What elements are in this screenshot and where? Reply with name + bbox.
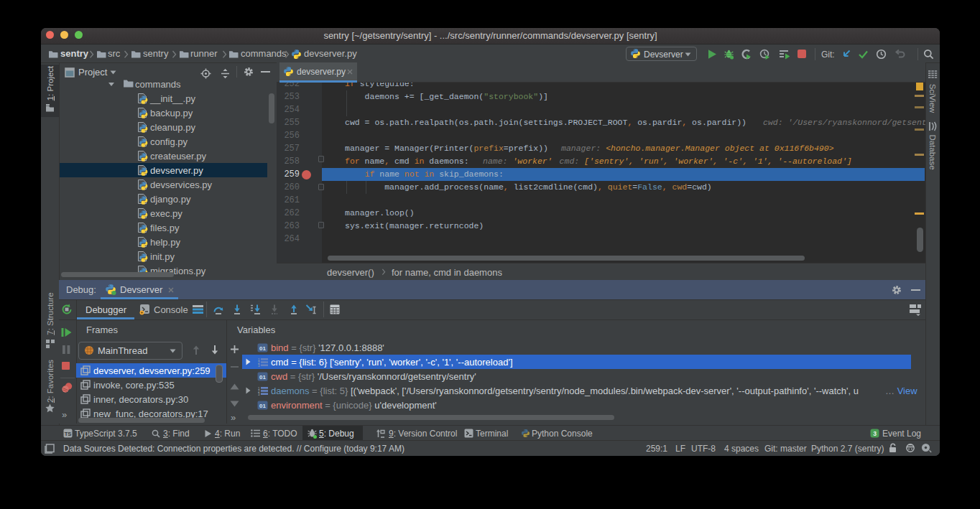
- svg-text:3: 3: [873, 430, 877, 437]
- svg-text:01: 01: [259, 403, 266, 409]
- svg-text:3: 3: [258, 364, 260, 367]
- svg-text:3: 3: [258, 393, 260, 396]
- svg-text:01: 01: [259, 374, 266, 380]
- svg-text:01: 01: [259, 345, 266, 352]
- svg-text:TS: TS: [65, 431, 72, 437]
